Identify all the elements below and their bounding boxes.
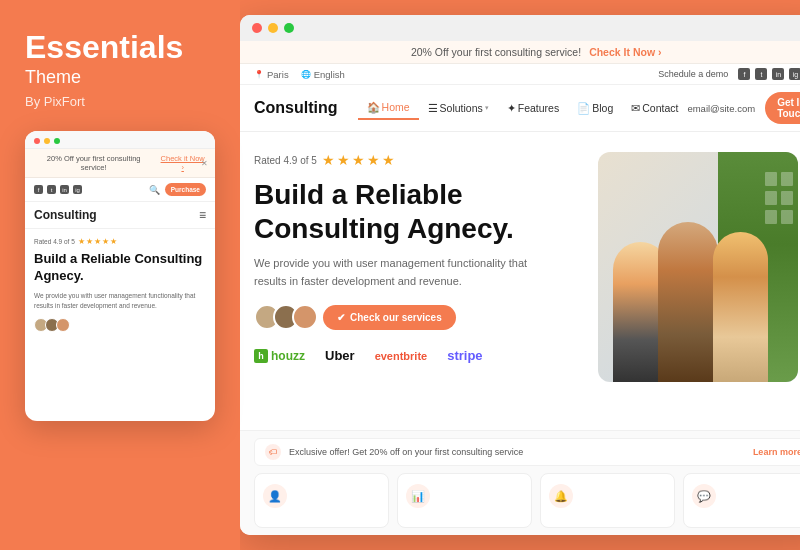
solutions-nav-icon: ☰ [428,102,438,114]
service-icon-2: 📊 [406,484,430,508]
mobile-logo: Consulting [34,208,97,222]
right-panel: 20% Off your first consulting service! C… [240,0,800,550]
mobile-purchase-button[interactable]: Purchase [165,183,206,196]
hero-star-1: ★ [322,152,335,168]
ig-icon[interactable]: ig [789,68,800,80]
mobile-stars: ★ ★ ★ ★ ★ [78,237,117,246]
hero-stars: ★ ★ ★ ★ ★ [322,152,395,168]
mobile-content: Rated 4.9 of 5 ★ ★ ★ ★ ★ Build a Reliabl… [25,229,215,340]
check-icon: ✔ [337,312,345,323]
service-icon-3: 🔔 [549,484,573,508]
browser-content: 20% Off your first consulting service! C… [240,41,800,535]
mobile-banner-text: 20% Off your first consulting service! [33,154,154,172]
main-nav: Consulting 🏠 Home ☰ Solutions ▾ ✦ Featur… [240,85,800,132]
browser-dot-yellow [268,23,278,33]
browser-dot-red [252,23,262,33]
notif-text: 20% Off your first consulting service! [411,46,581,58]
hero-star-2: ★ [337,152,350,168]
li-icon[interactable]: in [772,68,784,80]
browser-dot-green [284,23,294,33]
hero-img-container [598,152,798,382]
star-4: ★ [102,237,109,246]
mobile-desc: We provide you with user management func… [34,291,206,311]
mobile-social-icons: f t in ig [34,185,82,194]
schedule-demo-button[interactable]: Schedule a demo [658,69,728,79]
hero-section: Rated 4.9 of 5 ★ ★ ★ ★ ★ Build a Reliabl… [240,132,800,430]
nav-blog[interactable]: 📄 Blog [568,98,622,119]
nav-home[interactable]: 🏠 Home [358,97,419,120]
notification-bar: 20% Off your first consulting service! C… [240,41,800,64]
utility-left: 📍 Paris 🌐 English [254,69,345,80]
hero-desc: We provide you with user management func… [254,255,554,290]
left-panel: Essentials Theme By PixFort 20% Off your… [0,0,240,550]
eventbrite-logo: eventbrite [375,350,428,362]
twitter-icon[interactable]: t [47,185,56,194]
get-in-touch-button[interactable]: Get In Touch [765,92,800,124]
mobile-rating: Rated 4.9 of 5 ★ ★ ★ ★ ★ [34,237,206,246]
mobile-avatars [34,318,206,332]
houzz-logo: h houzz [254,349,305,363]
mobile-heading: Build a Reliable Consulting Agnecy. [34,251,206,285]
hero-heading-line2: Consulting Agnecy. [254,213,514,244]
mobile-nav: Consulting ≡ [25,202,215,229]
hero-star-3: ★ [352,152,365,168]
learn-more-link[interactable]: Learn more › [753,447,800,457]
browser-window: 20% Off your first consulting service! C… [240,15,800,535]
nav-features-label: Features [518,102,559,114]
home-nav-icon: 🏠 [367,101,380,114]
nav-contact[interactable]: ✉ Contact [622,98,687,118]
mobile-banner-link[interactable]: Check it Now › [158,154,207,172]
partner-logos: h houzz Uber eventbrite stripe [254,348,583,363]
bottom-section: 🏷 Exclusive offer! Get 20% off on your f… [240,430,800,535]
nav-solutions[interactable]: ☰ Solutions ▾ [419,98,498,118]
facebook-icon[interactable]: f [34,185,43,194]
nav-logo[interactable]: Consulting [254,99,338,117]
pin-icon: 📍 [254,70,264,79]
mobile-avatar-3 [56,318,70,332]
star-3: ★ [94,237,101,246]
dot-red [34,138,40,144]
globe-icon: 🌐 [301,70,311,79]
mobile-close-icon[interactable]: ✕ [201,159,208,168]
chevron-down-icon: ▾ [485,104,489,112]
mobile-mockup: 20% Off your first consulting service! C… [25,131,215,421]
utility-right: Schedule a demo f t in ig yt [658,68,800,80]
mobile-topbar: f t in ig 🔍 Purchase [25,178,215,202]
mobile-hamburger-icon[interactable]: ≡ [199,208,206,222]
star-2: ★ [86,237,93,246]
notif-link[interactable]: Check It Now › [589,46,661,58]
dot-yellow [44,138,50,144]
tw-icon[interactable]: t [755,68,767,80]
service-icon-4: 💬 [692,484,716,508]
service-card-2: 📊 [397,473,532,528]
location-item: 📍 Paris [254,69,289,80]
service-card-3: 🔔 [540,473,675,528]
browser-titlebar [240,15,800,41]
check-services-button[interactable]: ✔ Check our services [323,305,456,330]
blog-nav-icon: 📄 [577,102,590,115]
linkedin-icon[interactable]: in [60,185,69,194]
nav-features[interactable]: ✦ Features [498,98,568,118]
location-text: Paris [267,69,289,80]
fb-icon[interactable]: f [738,68,750,80]
nav-blog-label: Blog [592,102,613,114]
language-item: 🌐 English [301,69,345,80]
person-2 [658,222,718,382]
uber-logo: Uber [325,348,355,363]
hero-cta-row: ✔ Check our services [254,304,583,330]
mobile-search-icon[interactable]: 🔍 [149,185,160,195]
offer-bar: 🏷 Exclusive offer! Get 20% off on your f… [254,438,800,466]
brand-subtitle: Theme [25,67,215,88]
social-icons: f t in ig yt [738,68,800,80]
hero-left: Rated 4.9 of 5 ★ ★ ★ ★ ★ Build a Reliabl… [254,152,598,420]
service-card-1: 👤 [254,473,389,528]
star-5: ★ [110,237,117,246]
instagram-icon[interactable]: ig [73,185,82,194]
offer-icon: 🏷 [265,444,281,460]
check-services-label: Check our services [350,312,442,323]
hero-rating-text: Rated 4.9 of 5 [254,155,317,166]
mobile-banner: 20% Off your first consulting service! C… [25,149,215,178]
nav-home-label: Home [382,101,410,113]
nav-email: email@site.com [687,103,755,114]
offer-text: Exclusive offer! Get 20% off on your fir… [289,447,523,457]
